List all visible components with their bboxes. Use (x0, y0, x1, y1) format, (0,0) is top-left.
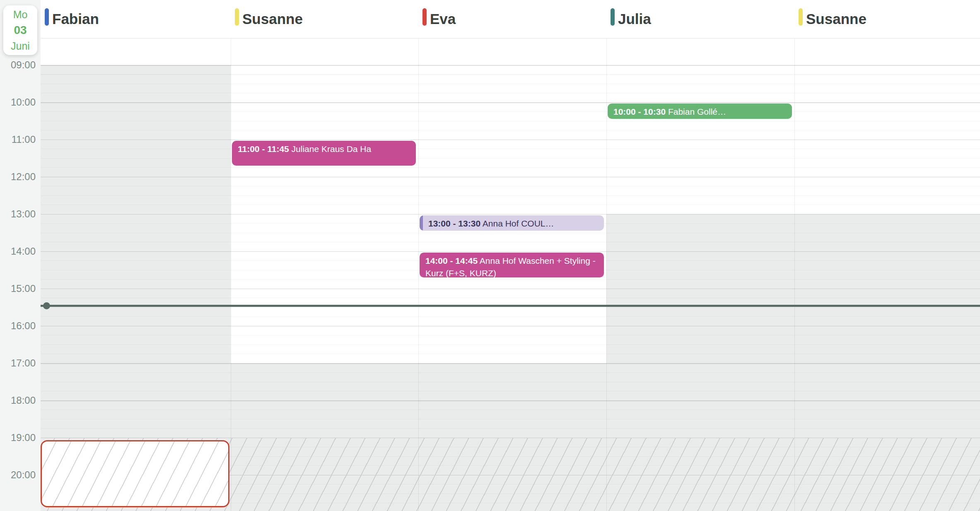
column-divider (794, 39, 795, 511)
column-divider (418, 39, 419, 511)
date-month: Juni (11, 40, 30, 52)
date-badge[interactable]: Mo 03 Juni (3, 5, 37, 55)
time-label: 14:00 (0, 246, 36, 257)
column-header-susanne-4[interactable]: Susanne (794, 0, 980, 38)
staff-color-bar (799, 8, 803, 26)
time-label: 09:00 (0, 59, 36, 71)
appointment-event[interactable]: 13:00 - 13:30 Anna Hof COUL… (420, 215, 604, 231)
column-header-susanne-1[interactable]: Susanne (231, 0, 418, 38)
column-divider (606, 39, 607, 511)
staff-color-bar (45, 8, 49, 26)
time-label: 20:00 (0, 469, 36, 481)
time-label: 16:00 (0, 320, 36, 332)
staff-name: Fabian (52, 11, 99, 27)
current-time-dot (43, 302, 50, 309)
time-label: 17:00 (0, 357, 36, 369)
event-time-range: 14:00 - 14:45 (425, 256, 478, 265)
event-time-range: 13:00 - 13:30 (428, 219, 480, 228)
appointment-event[interactable]: 14:00 - 14:45 Anna Hof Waschen + Styling… (420, 253, 604, 277)
staff-name: Eva (430, 11, 456, 27)
time-label: 13:00 (0, 208, 36, 220)
event-time-range: 11:00 - 11:45 (238, 144, 289, 154)
time-label: 18:00 (0, 395, 36, 406)
event-title: Anna Hof COUL… (483, 219, 554, 228)
event-accent-bar (420, 215, 423, 231)
time-label: 11:00 (0, 134, 36, 145)
staff-color-bar (611, 8, 615, 26)
time-label: 15:00 (0, 283, 36, 294)
staff-color-bar (422, 8, 427, 26)
column-divider (231, 39, 231, 511)
column-header-eva-2[interactable]: Eva (418, 0, 606, 38)
header-divider (41, 38, 980, 39)
appointment-event[interactable]: 10:00 - 10:30 Fabian Gollé… (608, 104, 792, 119)
staff-color-bar (235, 8, 239, 26)
time-label: 19:00 (0, 432, 36, 444)
column-header-fabian-0[interactable]: Fabian (41, 0, 231, 38)
date-weekday: Mo (13, 9, 28, 21)
staff-name: Julia (618, 11, 651, 27)
event-time-range: 10:00 - 10:30 (613, 107, 666, 116)
scheduler-day-view: { "date_badge": { "weekday": "Mo", "day"… (0, 0, 980, 511)
staff-name: Susanne (242, 11, 303, 27)
staff-name: Susanne (806, 11, 867, 27)
time-label: 10:00 (0, 96, 36, 108)
column-header-julia-3[interactable]: Julia (606, 0, 794, 38)
all-day-spacer (41, 39, 980, 65)
current-time-line (41, 305, 980, 307)
selected-timeslot-outline[interactable] (41, 440, 229, 507)
event-title: Fabian Gollé… (668, 107, 726, 116)
date-day: 03 (14, 24, 27, 37)
time-label: 12:00 (0, 171, 36, 183)
appointment-event[interactable]: 11:00 - 11:45 Juliane Kraus Da Ha (232, 141, 416, 166)
event-title: Juliane Kraus Da Ha (292, 144, 372, 154)
